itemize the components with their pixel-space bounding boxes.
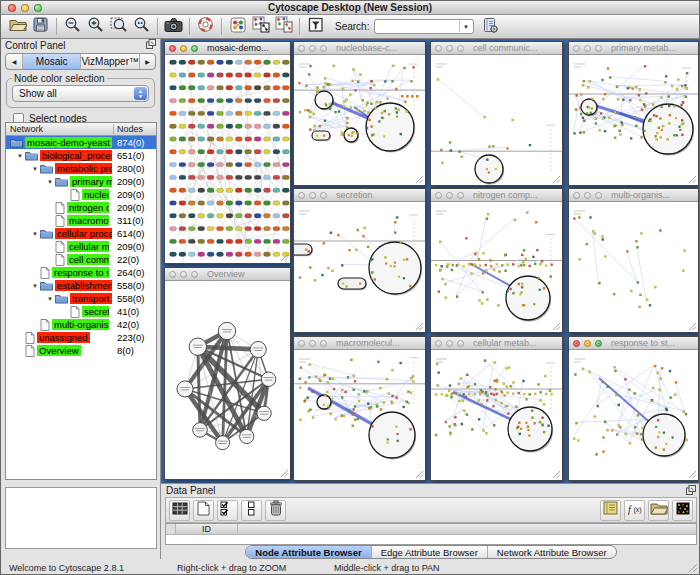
float-window-icon[interactable]	[146, 39, 156, 51]
tab-scroll-left[interactable]: ◀	[6, 54, 22, 69]
network-overlay-button[interactable]	[249, 16, 272, 37]
maximize-icon[interactable]	[320, 340, 327, 347]
network-view-canvas[interactable]	[431, 202, 562, 332]
matrix-button[interactable]	[672, 500, 693, 521]
minimize-icon[interactable]	[446, 340, 453, 347]
close-icon[interactable]	[435, 192, 442, 199]
maximize-icon[interactable]	[191, 271, 198, 278]
tree-row-cellular-process[interactable]: ▼cellular process614(0)	[6, 227, 156, 240]
expand-triangle-icon[interactable]: ▼	[45, 179, 55, 185]
close-icon[interactable]	[435, 340, 442, 347]
formula-button[interactable]: f(x)	[624, 500, 645, 521]
tree-row-nitrogen-compo[interactable]: nitrogen compo209(0)	[6, 201, 156, 214]
tree-row-response-to-stimul[interactable]: response to stimul264(0)	[6, 266, 156, 279]
close-icon[interactable]	[298, 192, 305, 199]
attribute-table[interactable]: ID	[165, 523, 697, 545]
window-titlebar[interactable]: macromolecul...	[294, 337, 425, 350]
window-titlebar[interactable]: cell communic...	[431, 42, 562, 55]
tab-scroll-right[interactable]: ▶	[139, 54, 155, 69]
attribute-table-button[interactable]	[169, 500, 190, 521]
maximize-icon[interactable]: +	[595, 340, 602, 347]
tree-row-metabolic-process[interactable]: ▼metabolic process280(0)	[6, 162, 156, 175]
minimize-icon[interactable]	[584, 45, 591, 52]
close-icon[interactable]	[573, 45, 580, 52]
id-column-header[interactable]: ID	[176, 524, 238, 534]
expand-triangle-icon[interactable]: ▼	[45, 296, 55, 302]
tab-edge-attribute-browser[interactable]: Edge Attribute Browser	[371, 546, 487, 558]
minimize-icon[interactable]	[180, 45, 187, 52]
tree-row-unassigned[interactable]: unassigned223(0)	[6, 331, 156, 344]
network-view-canvas[interactable]	[165, 281, 290, 479]
minimize-icon[interactable]	[309, 340, 316, 347]
color-mapper-button[interactable]	[226, 16, 249, 37]
tree-row-biological-process[interactable]: ▼biological_process651(0)	[6, 149, 156, 162]
minimize-icon[interactable]	[446, 45, 453, 52]
close-icon[interactable]	[435, 45, 442, 52]
window-titlebar[interactable]: mosaic-demo...	[165, 42, 290, 55]
zoom-out-button[interactable]	[61, 16, 84, 37]
search-input[interactable]: ▼	[374, 19, 474, 34]
network-view-canvas[interactable]	[294, 202, 425, 332]
tree-row-secretion[interactable]: secretion41(0)	[6, 305, 156, 318]
chevron-down-icon[interactable]: ▼	[459, 21, 471, 32]
annotation-filter-button[interactable]	[304, 16, 327, 37]
zoom-fit-button[interactable]	[107, 16, 130, 37]
float-window-icon[interactable]	[686, 485, 696, 497]
tab-mosaic[interactable]: Mosaic	[22, 54, 80, 69]
network-view-canvas[interactable]	[569, 202, 698, 332]
close-icon[interactable]: ×	[573, 340, 580, 347]
tab-node-attribute-browser[interactable]: Node Attribute Browser	[246, 546, 370, 558]
tree-row-macromolecule[interactable]: macromolecule311(0)	[6, 214, 156, 227]
network-window-t1[interactable]: cell communic...	[430, 41, 563, 186]
open-file-button[interactable]	[6, 16, 29, 37]
network-window-mosaic[interactable]: mosaic-demo...	[164, 41, 291, 264]
network-window-t0[interactable]: nucleobase-c...	[293, 41, 426, 186]
window-titlebar[interactable]: cellular metab...	[431, 337, 562, 350]
network-window-t6[interactable]: macromolecul...	[293, 336, 426, 481]
dropdown-stepper-icon[interactable]: ▲▼	[134, 87, 147, 100]
tree-row-primary-metabo[interactable]: ▼primary metabo209(0)	[6, 175, 156, 188]
tree-row-multi-organism-pro[interactable]: multi-organism pro42(0)	[6, 318, 156, 331]
zoom-selected-button[interactable]	[130, 16, 153, 37]
maximize-icon[interactable]	[457, 192, 464, 199]
tree-row-mosaic-demo-yeast[interactable]: mosaic-demo-yeast874(0)	[6, 136, 156, 149]
close-icon[interactable]	[169, 45, 176, 52]
resize-grip-icon[interactable]	[687, 562, 698, 575]
minimize-button[interactable]	[21, 4, 29, 12]
network-view-canvas[interactable]	[569, 350, 698, 480]
network-view-canvas[interactable]	[165, 55, 290, 263]
network-window-overview[interactable]: Overview	[164, 267, 291, 480]
expand-triangle-icon[interactable]: ▼	[15, 153, 25, 159]
close-icon[interactable]	[298, 45, 305, 52]
minimize-icon[interactable]	[584, 192, 591, 199]
new-attribute-button[interactable]	[193, 500, 214, 521]
search-config-button[interactable]	[479, 16, 502, 37]
tree-row-establishment-of-lo[interactable]: ▼establishment of lo558(0)	[6, 279, 156, 292]
close-icon[interactable]	[169, 271, 176, 278]
network-window-t2[interactable]: primary metab...	[568, 41, 699, 186]
maximize-icon[interactable]	[320, 45, 327, 52]
zoom-in-button[interactable]	[84, 16, 107, 37]
maximize-icon[interactable]	[191, 45, 198, 52]
minimize-icon[interactable]	[446, 192, 453, 199]
save-button[interactable]	[29, 16, 52, 37]
network-window-t4[interactable]: nitrogen comp...	[430, 188, 563, 333]
tab-network-attribute-browser[interactable]: Network Attribute Browser	[487, 546, 616, 558]
import-attributes-button[interactable]	[648, 500, 669, 521]
network-window-t5[interactable]: multi-organis...	[568, 188, 699, 333]
minimize-icon[interactable]	[180, 271, 187, 278]
maximize-icon[interactable]	[320, 192, 327, 199]
titlebar[interactable]: Cytoscape Desktop (New Session)	[1, 1, 699, 15]
network-view-canvas[interactable]	[431, 55, 562, 185]
tree-row-cellular-metabo[interactable]: cellular metabo209(0)	[6, 240, 156, 253]
network-overlay-alt-button[interactable]	[272, 16, 295, 37]
maximize-icon[interactable]	[595, 45, 602, 52]
help-button[interactable]	[194, 16, 217, 37]
tree-row-transport[interactable]: ▼transport558(0)	[6, 292, 156, 305]
attribute-batch-button[interactable]	[600, 500, 621, 521]
window-titlebar[interactable]: multi-organis...	[569, 189, 698, 202]
expand-triangle-icon[interactable]: ▼	[30, 283, 40, 289]
network-view-canvas[interactable]	[569, 55, 698, 185]
window-titlebar[interactable]: primary metab...	[569, 42, 698, 55]
window-titlebar[interactable]: Overview	[165, 268, 290, 281]
